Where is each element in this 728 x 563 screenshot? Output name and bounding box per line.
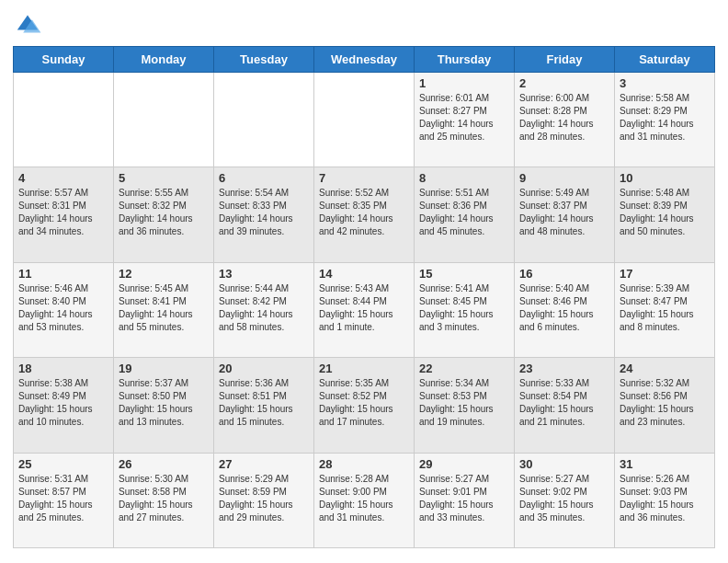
day-number: 2 bbox=[519, 76, 609, 90]
day-number: 29 bbox=[419, 457, 509, 471]
cell-info: Sunrise: 5:37 AMSunset: 8:50 PMDaylight:… bbox=[119, 377, 209, 429]
day-header-tuesday: Tuesday bbox=[214, 47, 314, 73]
calendar-table: SundayMondayTuesdayWednesdayThursdayFrid… bbox=[13, 46, 715, 548]
cell-info: Sunrise: 5:35 AMSunset: 8:52 PMDaylight:… bbox=[319, 377, 409, 429]
day-number: 25 bbox=[18, 457, 108, 471]
day-number: 21 bbox=[319, 362, 409, 375]
calendar-cell: 19Sunrise: 5:37 AMSunset: 8:50 PMDayligh… bbox=[114, 358, 214, 453]
day-number: 30 bbox=[519, 457, 609, 471]
day-number: 24 bbox=[620, 362, 710, 375]
day-number: 26 bbox=[119, 457, 209, 471]
day-number: 12 bbox=[119, 267, 209, 281]
day-number: 9 bbox=[519, 171, 609, 185]
calendar-cell: 16Sunrise: 5:40 AMSunset: 8:46 PMDayligh… bbox=[515, 262, 615, 357]
calendar-cell: 26Sunrise: 5:30 AMSunset: 8:58 PMDayligh… bbox=[114, 453, 214, 547]
calendar-cell: 10Sunrise: 5:48 AMSunset: 8:39 PMDayligh… bbox=[615, 167, 715, 262]
cell-info: Sunrise: 5:40 AMSunset: 8:46 PMDaylight:… bbox=[519, 282, 609, 334]
calendar-cell: 30Sunrise: 5:27 AMSunset: 9:02 PMDayligh… bbox=[515, 453, 615, 547]
calendar-cell: 2Sunrise: 6:00 AMSunset: 8:28 PMDaylight… bbox=[515, 73, 615, 167]
cell-info: Sunrise: 5:30 AMSunset: 8:58 PMDaylight:… bbox=[119, 473, 209, 524]
cell-info: Sunrise: 6:01 AMSunset: 8:27 PMDaylight:… bbox=[419, 92, 509, 144]
day-header-thursday: Thursday bbox=[415, 47, 515, 73]
day-number: 1 bbox=[419, 76, 509, 90]
day-header-sunday: Sunday bbox=[14, 47, 114, 73]
calendar-cell: 9Sunrise: 5:49 AMSunset: 8:37 PMDaylight… bbox=[515, 167, 615, 262]
week-row-3: 11Sunrise: 5:46 AMSunset: 8:40 PMDayligh… bbox=[14, 262, 715, 357]
cell-info: Sunrise: 5:48 AMSunset: 8:39 PMDaylight:… bbox=[620, 187, 710, 238]
week-row-2: 4Sunrise: 5:57 AMSunset: 8:31 PMDaylight… bbox=[14, 167, 715, 262]
day-number: 28 bbox=[319, 457, 409, 471]
day-number: 3 bbox=[620, 76, 710, 90]
day-header-saturday: Saturday bbox=[615, 47, 715, 73]
cell-info: Sunrise: 5:38 AMSunset: 8:49 PMDaylight:… bbox=[18, 377, 108, 429]
day-number: 10 bbox=[620, 171, 710, 185]
cell-info: Sunrise: 5:28 AMSunset: 9:00 PMDaylight:… bbox=[319, 473, 409, 524]
cell-info: Sunrise: 5:51 AMSunset: 8:36 PMDaylight:… bbox=[419, 187, 509, 238]
calendar-cell: 13Sunrise: 5:44 AMSunset: 8:42 PMDayligh… bbox=[214, 262, 314, 357]
day-header-friday: Friday bbox=[515, 47, 615, 73]
day-number: 11 bbox=[18, 267, 108, 281]
calendar-cell bbox=[214, 73, 314, 167]
day-number: 27 bbox=[219, 457, 309, 471]
cell-info: Sunrise: 6:00 AMSunset: 8:28 PMDaylight:… bbox=[519, 92, 609, 144]
calendar-cell: 21Sunrise: 5:35 AMSunset: 8:52 PMDayligh… bbox=[314, 358, 415, 453]
cell-info: Sunrise: 5:32 AMSunset: 8:56 PMDaylight:… bbox=[620, 377, 710, 429]
main-container: SundayMondayTuesdayWednesdayThursdayFrid… bbox=[0, 0, 728, 563]
week-row-4: 18Sunrise: 5:38 AMSunset: 8:49 PMDayligh… bbox=[14, 358, 715, 453]
cell-info: Sunrise: 5:34 AMSunset: 8:53 PMDaylight:… bbox=[419, 377, 509, 429]
cell-info: Sunrise: 5:44 AMSunset: 8:42 PMDaylight:… bbox=[219, 282, 309, 334]
calendar-cell: 27Sunrise: 5:29 AMSunset: 8:59 PMDayligh… bbox=[214, 453, 314, 547]
cell-info: Sunrise: 5:43 AMSunset: 8:44 PMDaylight:… bbox=[319, 282, 409, 334]
calendar-body: 1Sunrise: 6:01 AMSunset: 8:27 PMDaylight… bbox=[14, 73, 715, 548]
calendar-cell: 5Sunrise: 5:55 AMSunset: 8:32 PMDaylight… bbox=[114, 167, 214, 262]
cell-info: Sunrise: 5:27 AMSunset: 9:01 PMDaylight:… bbox=[419, 473, 509, 524]
cell-info: Sunrise: 5:27 AMSunset: 9:02 PMDaylight:… bbox=[519, 473, 609, 524]
week-row-1: 1Sunrise: 6:01 AMSunset: 8:27 PMDaylight… bbox=[14, 73, 715, 167]
cell-info: Sunrise: 5:46 AMSunset: 8:40 PMDaylight:… bbox=[18, 282, 108, 334]
day-number: 16 bbox=[519, 267, 609, 281]
header bbox=[13, 9, 715, 39]
calendar-cell: 17Sunrise: 5:39 AMSunset: 8:47 PMDayligh… bbox=[615, 262, 715, 357]
day-number: 14 bbox=[319, 267, 409, 281]
day-number: 4 bbox=[18, 171, 108, 185]
calendar-cell: 28Sunrise: 5:28 AMSunset: 9:00 PMDayligh… bbox=[314, 453, 415, 547]
calendar-cell: 23Sunrise: 5:33 AMSunset: 8:54 PMDayligh… bbox=[515, 358, 615, 453]
calendar-cell: 18Sunrise: 5:38 AMSunset: 8:49 PMDayligh… bbox=[14, 358, 114, 453]
calendar-cell: 24Sunrise: 5:32 AMSunset: 8:56 PMDayligh… bbox=[615, 358, 715, 453]
cell-info: Sunrise: 5:31 AMSunset: 8:57 PMDaylight:… bbox=[18, 473, 108, 524]
day-number: 23 bbox=[519, 362, 609, 375]
day-number: 17 bbox=[620, 267, 710, 281]
cell-info: Sunrise: 5:52 AMSunset: 8:35 PMDaylight:… bbox=[319, 187, 409, 238]
calendar-cell: 11Sunrise: 5:46 AMSunset: 8:40 PMDayligh… bbox=[14, 262, 114, 357]
day-number: 20 bbox=[219, 362, 309, 375]
cell-info: Sunrise: 5:45 AMSunset: 8:41 PMDaylight:… bbox=[119, 282, 209, 334]
cell-info: Sunrise: 5:49 AMSunset: 8:37 PMDaylight:… bbox=[519, 187, 609, 238]
calendar-cell: 1Sunrise: 6:01 AMSunset: 8:27 PMDaylight… bbox=[415, 73, 515, 167]
cell-info: Sunrise: 5:58 AMSunset: 8:29 PMDaylight:… bbox=[620, 92, 710, 144]
calendar-cell bbox=[314, 73, 415, 167]
calendar-cell: 20Sunrise: 5:36 AMSunset: 8:51 PMDayligh… bbox=[214, 358, 314, 453]
week-row-5: 25Sunrise: 5:31 AMSunset: 8:57 PMDayligh… bbox=[14, 453, 715, 547]
calendar-cell: 31Sunrise: 5:26 AMSunset: 9:03 PMDayligh… bbox=[615, 453, 715, 547]
day-number: 5 bbox=[119, 171, 209, 185]
cell-info: Sunrise: 5:26 AMSunset: 9:03 PMDaylight:… bbox=[620, 473, 710, 524]
day-header-monday: Monday bbox=[114, 47, 214, 73]
calendar-cell: 7Sunrise: 5:52 AMSunset: 8:35 PMDaylight… bbox=[314, 167, 415, 262]
calendar-cell: 4Sunrise: 5:57 AMSunset: 8:31 PMDaylight… bbox=[14, 167, 114, 262]
day-header-wednesday: Wednesday bbox=[314, 47, 415, 73]
day-number: 13 bbox=[219, 267, 309, 281]
day-number: 6 bbox=[219, 171, 309, 185]
day-number: 8 bbox=[419, 171, 509, 185]
day-number: 7 bbox=[319, 171, 409, 185]
day-number: 18 bbox=[18, 362, 108, 375]
day-number: 15 bbox=[419, 267, 509, 281]
calendar-cell: 3Sunrise: 5:58 AMSunset: 8:29 PMDaylight… bbox=[615, 73, 715, 167]
calendar-cell: 8Sunrise: 5:51 AMSunset: 8:36 PMDaylight… bbox=[415, 167, 515, 262]
cell-info: Sunrise: 5:29 AMSunset: 8:59 PMDaylight:… bbox=[219, 473, 309, 524]
header-row: SundayMondayTuesdayWednesdayThursdayFrid… bbox=[14, 47, 715, 73]
day-number: 31 bbox=[620, 457, 710, 471]
calendar-cell bbox=[114, 73, 214, 167]
logo bbox=[13, 9, 46, 39]
calendar-cell bbox=[14, 73, 114, 167]
calendar-cell: 6Sunrise: 5:54 AMSunset: 8:33 PMDaylight… bbox=[214, 167, 314, 262]
